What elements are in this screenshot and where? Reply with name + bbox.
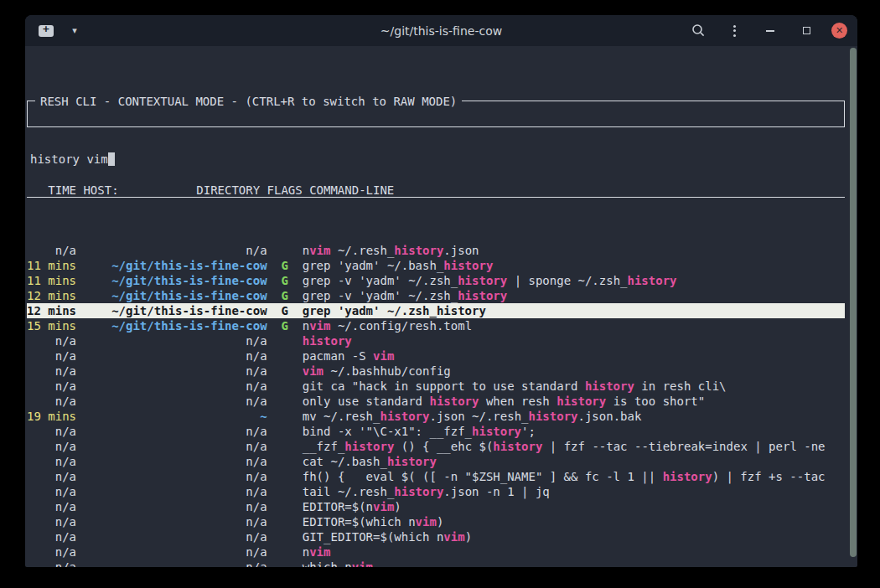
close-icon: ✕	[836, 26, 843, 35]
history-row[interactable]: n/a n/a which nvim	[27, 560, 845, 567]
search-icon	[691, 23, 706, 38]
scrollbar-thumb[interactable]	[850, 48, 857, 557]
history-row[interactable]: n/a n/a nvim	[27, 544, 845, 560]
history-row[interactable]: n/a n/a GIT_EDITOR=$(which nvim)	[27, 529, 845, 544]
history-rows: n/a n/a nvim ~/.resh_history.json11 mins…	[27, 243, 857, 567]
resh-mode-title: RESH CLI - CONTEXTUAL MODE - (CTRL+R to …	[35, 94, 462, 109]
history-row[interactable]: 19 mins ~ mv ~/.resh_history.json ~/.res…	[27, 409, 845, 424]
history-row[interactable]: n/a n/a vim ~/.bashhub/config	[27, 364, 845, 379]
history-row[interactable]: 11 mins ~/git/this-is-fine-cow G grep -v…	[27, 273, 845, 288]
history-row-selected[interactable]: 12 mins ~/git/this-is-fine-cow G grep 'y…	[27, 303, 845, 318]
query-text: history vim	[30, 152, 108, 166]
history-row[interactable]: n/a n/a tail ~/.resh_history.json -n 1 |…	[27, 484, 845, 499]
terminal-screen: RESH CLI - CONTEXTUAL MODE - (CTRL+R to …	[25, 46, 857, 567]
history-row[interactable]: n/a n/a EDITOR=$(nvim)	[27, 499, 845, 514]
history-row[interactable]: n/a n/a cat ~/.bash_history	[27, 454, 845, 469]
new-tab-button[interactable]	[35, 20, 57, 42]
history-row[interactable]: n/a n/a bind -x '"\C-x1": __fzf_history'…	[27, 424, 845, 439]
search-button[interactable]	[687, 20, 709, 42]
history-row[interactable]: n/a n/a only use standard history when r…	[27, 394, 845, 409]
restore-window-icon	[803, 27, 810, 34]
history-row[interactable]: 15 mins ~/git/this-is-fine-cow G nvim ~/…	[27, 318, 845, 333]
history-row[interactable]: n/a n/a __fzf_history () { __ehc $(histo…	[27, 439, 845, 454]
tab-switcher-caret-button[interactable]: ▾	[64, 20, 85, 42]
history-row[interactable]: n/a n/a EDITOR=$(which nvim)	[27, 514, 845, 529]
history-row[interactable]: n/a n/a fh() { eval $( ([ -n "$ZSH_NAME"…	[27, 469, 845, 484]
desktop: { "colors": { "desktop": "#000000", "tit…	[0, 0, 880, 588]
minimize-icon	[766, 30, 774, 32]
history-row[interactable]: n/a n/a git ca "hack in support to use s…	[27, 379, 845, 394]
search-query-input[interactable]: history vim	[28, 147, 844, 172]
menu-button[interactable]	[723, 20, 745, 42]
window-title: ~/git/this-is-fine-cow	[380, 24, 502, 38]
close-button[interactable]: ✕	[831, 23, 847, 39]
titlebar: ▾ ~/git/this-is-fine-cow ✕	[25, 15, 857, 46]
history-row[interactable]: 11 mins ~/git/this-is-fine-cow G grep 'y…	[27, 258, 845, 273]
terminal-window: ▾ ~/git/this-is-fine-cow ✕	[25, 15, 857, 567]
history-row[interactable]: n/a n/a nvim ~/.resh_history.json	[27, 243, 845, 258]
history-row[interactable]: n/a n/a pacman -S vim	[27, 348, 845, 364]
kebab-menu-icon	[733, 25, 736, 37]
minimize-button[interactable]	[759, 20, 781, 42]
history-row[interactable]: 12 mins ~/git/this-is-fine-cow G grep -v…	[27, 288, 845, 303]
history-row[interactable]: n/a n/a history	[27, 333, 845, 348]
resh-header-box: RESH CLI - CONTEXTUAL MODE - (CTRL+R to …	[27, 101, 845, 127]
chevron-down-icon: ▾	[72, 25, 77, 36]
new-tab-icon	[39, 25, 54, 37]
text-cursor-block	[108, 152, 115, 166]
restore-button[interactable]	[795, 20, 817, 42]
scrollbar[interactable]	[848, 46, 857, 567]
